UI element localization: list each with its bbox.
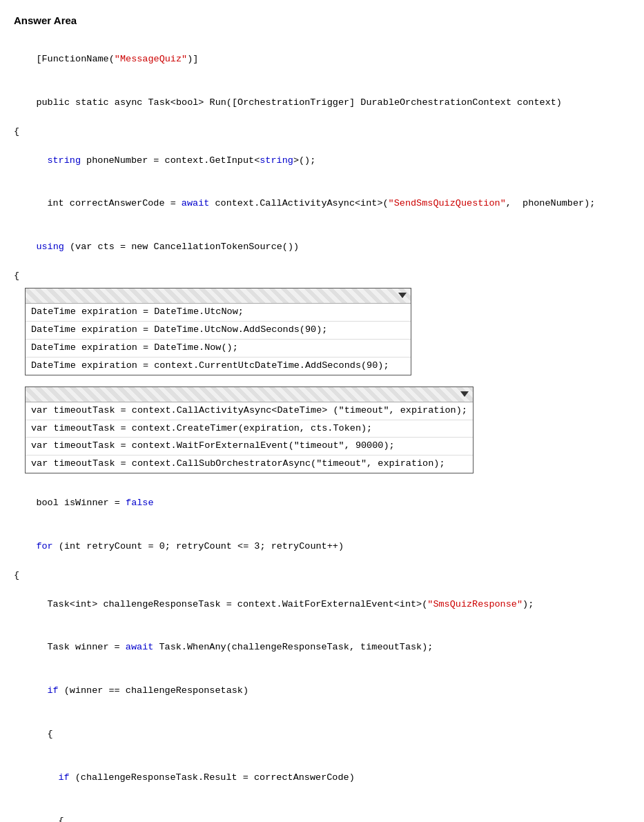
code-line-l6: using (var cts = new CancellationTokenSo… — [14, 226, 630, 269]
dropdown-widget-1[interactable]: DateTime expiration = DateTime.UtcNow; D… — [25, 288, 411, 375]
code-line-l3: { — [14, 125, 630, 139]
code-line-m1: bool isWinner = false — [14, 482, 630, 525]
dropdown-option-2-3[interactable]: var timeoutTask = context.WaitForExterna… — [26, 438, 473, 456]
code-line-l1: [FunctionName("MessageQuiz")] — [14, 38, 630, 81]
dropdown-widget-2[interactable]: var timeoutTask = context.CallActivityAs… — [25, 386, 474, 474]
code-line-m2: for (int retryCount = 0; retryCount <= 3… — [14, 525, 630, 569]
code-line-l4: string phoneNumber = context.GetInput<st… — [14, 139, 630, 183]
dropdown-option-1-3[interactable]: DateTime expiration = DateTime.Now(); — [26, 340, 411, 358]
dropdown-header-1 — [26, 288, 411, 304]
dropdown-header-2 — [26, 387, 473, 402]
code-line-m9: { — [14, 800, 630, 822]
code-line-m3: { — [14, 569, 630, 583]
code-area: [FunctionName("MessageQuiz")] public sta… — [14, 38, 630, 822]
code-line-l5: int correctAnswerCode = await context.Ca… — [14, 182, 630, 226]
dropdown-option-1-2[interactable]: DateTime expiration = DateTime.UtcNow.Ad… — [26, 322, 411, 340]
code-line-m8: if (challengeResponseTask.Result = corre… — [14, 756, 630, 800]
code-line-m5: Task winner = await Task.WhenAny(challen… — [14, 627, 630, 670]
code-line-m6: if (winner == challengeResponsetask) — [14, 669, 630, 713]
code-line-m7: { — [14, 713, 630, 756]
dropdown-option-2-4[interactable]: var timeoutTask = context.CallSubOrchest… — [26, 456, 473, 473]
dropdown-option-1-4[interactable]: DateTime expiration = context.CurrentUtc… — [26, 358, 411, 375]
dropdown-option-2-1[interactable]: var timeoutTask = context.CallActivityAs… — [26, 402, 473, 420]
dropdown-option-2-2[interactable]: var timeoutTask = context.CreateTimer(ex… — [26, 420, 473, 438]
dropdown-arrow-1 — [398, 293, 407, 298]
dropdown-option-1-1[interactable]: DateTime expiration = DateTime.UtcNow; — [26, 304, 411, 322]
code-line-m4: Task<int> challengeResponseTask = contex… — [14, 583, 630, 627]
dropdown-arrow-2 — [460, 391, 469, 397]
code-line-l7: { — [14, 269, 630, 284]
page-title: Answer Area — [14, 12, 630, 28]
code-line-l2: public static async Task<bool> Run([Orch… — [14, 81, 630, 125]
